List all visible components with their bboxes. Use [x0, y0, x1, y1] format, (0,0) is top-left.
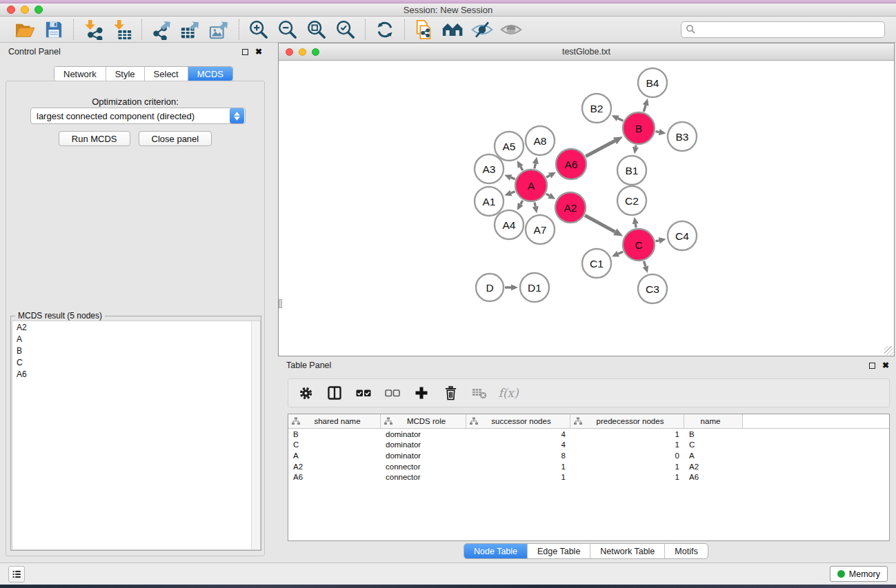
- graph-edge[interactable]: [521, 167, 523, 171]
- close-panel-icon[interactable]: ✖: [255, 48, 262, 56]
- graph-node-label: A8: [534, 135, 547, 147]
- graph-edge[interactable]: [535, 163, 535, 168]
- tab-style[interactable]: Style: [106, 67, 145, 81]
- cell-shared-name: C: [288, 440, 381, 449]
- save-session-icon[interactable]: [41, 19, 66, 41]
- deselect-all-icon[interactable]: [385, 385, 400, 401]
- import-table-icon[interactable]: [110, 19, 135, 41]
- close-table-panel-icon[interactable]: ✖: [882, 361, 889, 369]
- table-row[interactable]: Adominator80A: [288, 450, 889, 461]
- add-column-icon[interactable]: [414, 385, 429, 401]
- task-history-button[interactable]: [8, 566, 25, 582]
- open-session-icon[interactable]: [12, 19, 37, 41]
- graph-edge[interactable]: [655, 241, 659, 241]
- close-panel-button[interactable]: Close panel: [139, 131, 212, 146]
- result-item[interactable]: A: [12, 333, 260, 345]
- column-header-shared-name[interactable]: shared name: [288, 414, 381, 428]
- graph-edge[interactable]: [511, 192, 515, 193]
- first-neighbors-icon[interactable]: [441, 19, 466, 41]
- resize-grip-icon[interactable]: [884, 346, 893, 355]
- cell-predecessor-nodes: 1: [570, 463, 684, 471]
- new-network-from-selection-icon[interactable]: [412, 19, 437, 41]
- column-header-successor-nodes[interactable]: successor nodes: [466, 414, 570, 428]
- network-canvas[interactable]: B4B2BB3A5A8A6B1A3AC2A1A2A4A7C4CC1C3DD1: [279, 61, 893, 355]
- split-panel-icon[interactable]: [327, 385, 342, 401]
- tab-node-table[interactable]: Node Table: [464, 544, 528, 558]
- graph-edge[interactable]: [644, 105, 646, 112]
- search-icon: [686, 24, 696, 34]
- graph-edge[interactable]: [656, 132, 659, 132]
- graph-edge[interactable]: [586, 141, 615, 156]
- delete-column-icon[interactable]: [443, 385, 458, 401]
- cell-MCDS-role: connector: [381, 473, 466, 481]
- graph-edge-arrowhead: [532, 206, 539, 214]
- app-titlebar[interactable]: Session: New Session: [0, 3, 896, 17]
- export-table-icon[interactable]: [178, 19, 203, 41]
- window-edge-handle[interactable]: [279, 299, 282, 308]
- zoom-in-icon[interactable]: [246, 19, 271, 41]
- table-row[interactable]: A2connector11A2: [288, 461, 889, 472]
- graph-edge[interactable]: [511, 177, 515, 179]
- settings-gear-icon[interactable]: [298, 385, 313, 401]
- graph-edge[interactable]: [546, 194, 550, 196]
- mcds-result-items: A2ABCA6: [12, 321, 260, 380]
- search-input[interactable]: [696, 25, 880, 34]
- cell-name: A2: [684, 463, 743, 471]
- table-panel-header: Table Panel ✖: [278, 356, 896, 374]
- select-all-icon[interactable]: [356, 385, 371, 401]
- graph-edge[interactable]: [546, 175, 550, 177]
- zoom-selected-icon[interactable]: [333, 19, 358, 41]
- graph-node-label: B2: [590, 103, 604, 114]
- result-item[interactable]: A6: [12, 368, 260, 380]
- run-mcds-button[interactable]: Run MCDS: [59, 131, 130, 146]
- node-table[interactable]: shared nameMCDS rolesuccessor nodesprede…: [288, 414, 890, 541]
- table-panel: Table Panel ✖: [278, 356, 896, 562]
- table-row[interactable]: A6connector11A6: [288, 472, 889, 483]
- mcds-result-list[interactable]: A2ABCA6: [12, 321, 261, 550]
- zoom-fit-icon[interactable]: [304, 19, 329, 41]
- cell-MCDS-role: connector: [381, 463, 466, 471]
- tab-edge-table[interactable]: Edge Table: [528, 544, 590, 558]
- criterion-dropdown[interactable]: largest connected component (directed): [30, 108, 246, 124]
- import-network-icon[interactable]: [81, 19, 106, 41]
- table-row[interactable]: Cdominator41C: [288, 440, 889, 451]
- tab-network-table[interactable]: Network Table: [590, 544, 665, 558]
- app-title: Session: New Session: [0, 5, 896, 15]
- graph-edge-arrowhead: [511, 284, 518, 290]
- result-scrollbar[interactable]: [251, 321, 260, 549]
- float-table-panel-icon[interactable]: [869, 363, 875, 369]
- result-item[interactable]: B: [12, 345, 260, 356]
- graph-edge[interactable]: [535, 202, 535, 206]
- cell-predecessor-nodes: 1: [570, 440, 684, 449]
- graph-edge[interactable]: [521, 201, 523, 205]
- table-row[interactable]: Bdominator41B: [288, 429, 889, 440]
- cell-predecessor-nodes: 0: [570, 452, 684, 460]
- tab-network[interactable]: Network: [54, 67, 106, 81]
- cell-MCDS-role: dominator: [381, 452, 466, 460]
- graph-edge[interactable]: [585, 215, 615, 232]
- tab-motifs[interactable]: Motifs: [665, 544, 707, 558]
- column-header-name[interactable]: name: [684, 414, 743, 428]
- graph-edge[interactable]: [644, 261, 645, 267]
- export-network-icon[interactable]: [149, 19, 174, 41]
- graph-edge[interactable]: [618, 252, 623, 254]
- tab-select[interactable]: Select: [145, 67, 188, 81]
- graph-edge-arrowhead: [659, 129, 666, 135]
- column-header-predecessor-nodes[interactable]: predecessor nodes: [570, 414, 684, 428]
- export-image-icon[interactable]: [207, 19, 232, 41]
- hide-selected-icon[interactable]: [470, 19, 495, 41]
- refresh-icon[interactable]: [372, 19, 397, 41]
- tab-mcds[interactable]: MCDS: [188, 67, 232, 81]
- result-item[interactable]: A2: [12, 321, 260, 333]
- search-field[interactable]: [681, 21, 885, 38]
- graph-node-label: D: [486, 282, 493, 294]
- network-window-titlebar[interactable]: testGlobe.txt: [279, 43, 894, 61]
- memory-button[interactable]: Memory: [830, 566, 888, 582]
- column-header-MCDS-role[interactable]: MCDS role: [381, 414, 466, 428]
- graph-edge[interactable]: [618, 119, 624, 121]
- zoom-out-icon[interactable]: [275, 19, 300, 41]
- float-panel-icon[interactable]: [242, 49, 248, 55]
- result-item[interactable]: C: [12, 356, 260, 368]
- graph-node-label: C2: [625, 195, 639, 207]
- graph-edge[interactable]: [635, 224, 636, 228]
